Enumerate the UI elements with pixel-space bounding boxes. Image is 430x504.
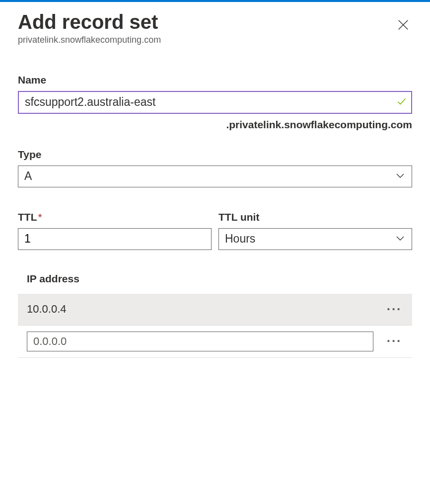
header-block: Add record set privatelink.snowflakecomp… bbox=[18, 11, 161, 45]
required-asterisk: * bbox=[38, 211, 42, 223]
page-subtitle: privatelink.snowflakecomputing.com bbox=[18, 35, 161, 45]
more-button[interactable]: ··· bbox=[384, 334, 404, 349]
ttl-unit-value: Hours bbox=[218, 228, 412, 250]
type-section: Type A bbox=[18, 149, 412, 187]
panel: Add record set privatelink.snowflakecomp… bbox=[0, 2, 430, 358]
name-label: Name bbox=[18, 74, 412, 86]
ttl-unit-label: TTL unit bbox=[218, 211, 412, 223]
ttl-section: TTL* TTL unit Hours bbox=[18, 211, 412, 250]
ip-row-empty: ··· bbox=[18, 326, 412, 358]
more-button[interactable]: ··· bbox=[384, 302, 404, 317]
ttl-input[interactable] bbox=[18, 228, 212, 250]
ip-label: IP address bbox=[18, 273, 412, 285]
close-button[interactable] bbox=[394, 16, 412, 34]
ttl-label: TTL* bbox=[18, 211, 212, 223]
checkmark-icon bbox=[396, 96, 407, 109]
name-suffix: .privatelink.snowflakecomputing.com bbox=[18, 119, 412, 131]
type-value: A bbox=[18, 166, 412, 187]
close-icon bbox=[396, 18, 410, 32]
page-title: Add record set bbox=[18, 11, 161, 33]
ip-section: IP address 10.0.0.4 ··· ··· bbox=[18, 273, 412, 358]
name-input[interactable] bbox=[18, 91, 412, 114]
type-label: Type bbox=[18, 149, 412, 161]
ip-row-filled: 10.0.0.4 ··· bbox=[18, 294, 412, 326]
ip-input[interactable] bbox=[27, 332, 373, 351]
type-select[interactable]: A bbox=[18, 166, 412, 187]
name-section: Name .privatelink.snowflakecomputing.com bbox=[18, 74, 412, 131]
ttl-unit-select[interactable]: Hours bbox=[218, 228, 412, 250]
ip-value: 10.0.0.4 bbox=[27, 303, 384, 316]
